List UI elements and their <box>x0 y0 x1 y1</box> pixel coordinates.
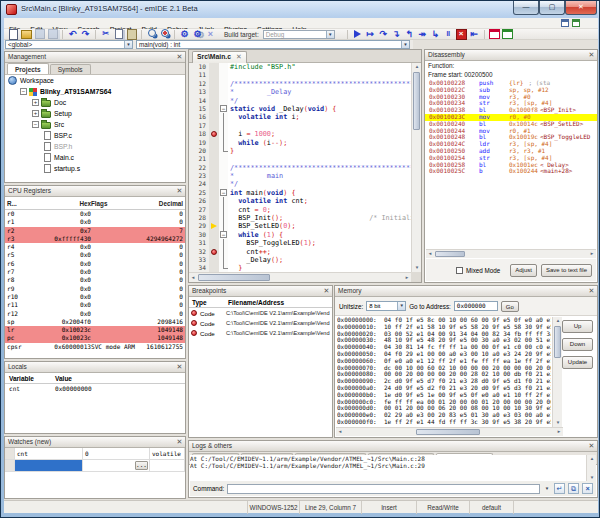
watch-new-row[interactable]: ... <box>5 460 185 472</box>
code-line[interactable]: 31 BSP_ToggleLED(1); <box>189 239 411 247</box>
scope-combobox[interactable]: <global> ▼ <box>5 40 133 49</box>
code-line[interactable]: 14*/ <box>189 97 411 105</box>
watch-value[interactable]: 0 <box>83 448 150 459</box>
unitsize-combobox[interactable]: 8 bit ▼ <box>366 301 406 311</box>
marker-margin[interactable] <box>209 139 219 147</box>
code-line[interactable]: 28 BSP_Init(); /* Initializ <box>189 214 411 222</box>
symbol-combobox[interactable]: main(void) : int ▼ <box>136 40 410 49</box>
watch-browse-button[interactable]: ... <box>135 461 148 470</box>
memory-horizontal-scrollbar[interactable]: ◄► <box>336 427 563 436</box>
breakpoint-row[interactable]: CodeC:\Tool\C\emIDE V2.1\arm\Example\Ven… <box>189 318 332 328</box>
log-vertical-scrollbar[interactable]: ▲▼ <box>586 455 596 482</box>
chevron-down-icon[interactable]: ▼ <box>397 302 405 310</box>
break-debugger-icon[interactable] <box>443 29 454 39</box>
watch-name[interactable]: cnt <box>15 448 83 459</box>
code-line[interactable]: 11 <box>189 71 411 79</box>
paste-icon[interactable] <box>126 29 137 39</box>
next-line-icon[interactable] <box>378 29 389 39</box>
marker-margin[interactable] <box>209 122 219 130</box>
chevron-down-icon[interactable]: ▼ <box>401 41 409 48</box>
marker-margin[interactable] <box>209 206 219 214</box>
command-send-icon[interactable]: ↵ <box>554 483 565 494</box>
debug-continue-icon[interactable] <box>352 29 363 39</box>
code-line[interactable]: 25−int main(void) { <box>189 189 411 197</box>
expander-icon[interactable]: + <box>32 99 39 106</box>
tab-projects[interactable]: Projects <box>7 63 49 74</box>
marker-margin[interactable] <box>209 197 219 205</box>
code-line[interactable]: 21 <box>189 155 411 163</box>
editor-vertical-scrollbar[interactable]: ▲▼ <box>411 63 421 272</box>
tree-item-main-c[interactable]: Main.c <box>5 152 185 163</box>
code-line[interactable]: 17 <box>189 122 411 130</box>
save-icon[interactable] <box>34 29 45 39</box>
command-copy-icon[interactable]: ⧉ <box>568 483 579 494</box>
save-all-icon[interactable] <box>47 29 58 39</box>
expander-icon[interactable]: − <box>20 88 27 95</box>
run-to-cursor-icon[interactable] <box>365 29 376 39</box>
memory-vertical-scrollbar[interactable]: ▲▼ <box>552 317 562 427</box>
new-file-icon[interactable] <box>8 29 19 39</box>
code-line[interactable]: 33 _Delay(); <box>189 256 411 264</box>
tree-item-blinky-at91sam7s64[interactable]: −Blinky_AT91SAM7S64 <box>5 86 185 97</box>
code-line[interactable]: 29 BSP_SetLED(0); <box>189 222 411 230</box>
chevron-down-icon[interactable]: ▼ <box>124 41 132 48</box>
watch-new-name-cell[interactable] <box>15 460 83 471</box>
copy-icon[interactable] <box>113 29 124 39</box>
close-icon[interactable]: ✕ <box>175 53 184 62</box>
marker-margin[interactable] <box>209 256 219 264</box>
start-here-icon[interactable] <box>561 19 569 27</box>
disassembly-horizontal-scrollbar[interactable]: ◄► <box>426 249 596 258</box>
watch-row[interactable]: cnt0volatile int <box>5 448 185 460</box>
save-to-text-file-button[interactable]: Save to text file <box>541 264 592 277</box>
build-target-combobox[interactable]: Debug▼ <box>263 30 335 39</box>
memory-up-button[interactable]: Up <box>562 320 593 333</box>
breakpoint-margin[interactable] <box>209 130 219 138</box>
close-icon[interactable]: ✕ <box>175 187 184 196</box>
marker-margin[interactable] <box>209 97 219 105</box>
mixed-mode-checkbox[interactable] <box>456 267 463 274</box>
memory-down-button[interactable]: Down <box>562 338 593 351</box>
debugging-windows-icon[interactable] <box>489 29 500 39</box>
close-icon[interactable]: ✕ <box>587 51 596 60</box>
chevron-down-icon[interactable]: ▼ <box>326 31 334 38</box>
marker-margin[interactable] <box>209 105 219 113</box>
code-line[interactable]: 12/*************************************… <box>189 80 411 88</box>
marker-margin[interactable] <box>209 214 219 222</box>
new-project-icon[interactable] <box>572 19 580 27</box>
code-line[interactable]: 16 volatile int i; <box>189 113 411 121</box>
code-line[interactable]: 22/*************************************… <box>189 164 411 172</box>
fold-margin[interactable]: − <box>219 105 228 113</box>
step-into-instruction-icon[interactable] <box>430 29 441 39</box>
open-file-icon[interactable] <box>21 29 32 39</box>
code-line[interactable]: 10#include "BSP.h" <box>189 63 411 71</box>
close-icon[interactable]: ✕ <box>587 287 596 296</box>
code-line[interactable]: 15−static void _Delay(void) { <box>189 105 411 113</box>
current-line-margin[interactable] <box>209 222 219 230</box>
expander-icon[interactable]: + <box>32 110 39 117</box>
tree-item-bsp-h[interactable]: BSP.h <box>5 141 185 152</box>
marker-margin[interactable] <box>209 164 219 172</box>
code-line[interactable]: 26 volatile int cnt; <box>189 197 411 205</box>
marker-margin[interactable] <box>209 239 219 247</box>
command-input[interactable] <box>227 484 540 494</box>
build-icon[interactable] <box>192 29 203 39</box>
compile-icon[interactable] <box>179 29 190 39</box>
marker-margin[interactable] <box>209 180 219 188</box>
various-info-icon[interactable] <box>502 29 513 39</box>
code-line[interactable]: 34 } <box>189 264 411 272</box>
replace-icon[interactable] <box>159 29 170 39</box>
marker-margin[interactable] <box>209 155 219 163</box>
close-icon[interactable]: ✕ <box>236 53 242 60</box>
adjust-button[interactable]: Adjust <box>510 264 537 277</box>
code-editor[interactable]: 10#include "BSP.h"1112/*****************… <box>189 63 411 272</box>
chevron-down-icon[interactable]: ▼ <box>543 484 551 494</box>
code-line[interactable]: 32 cnt++; <box>189 248 411 256</box>
tree-item-workspace[interactable]: Workspace <box>5 75 185 86</box>
memory-update-button[interactable]: Update <box>562 356 593 369</box>
tree-item-src[interactable]: −Src <box>5 119 185 130</box>
minimize-button[interactable]: — <box>513 1 539 15</box>
marker-margin[interactable] <box>209 63 219 71</box>
goto-address-input[interactable]: 0x000000 <box>454 301 498 311</box>
go-button[interactable]: Go <box>501 301 519 312</box>
breakpoint-row[interactable]: CodeC:\Tool\C\emIDE V2.1\arm\Example\Ven… <box>189 328 332 338</box>
